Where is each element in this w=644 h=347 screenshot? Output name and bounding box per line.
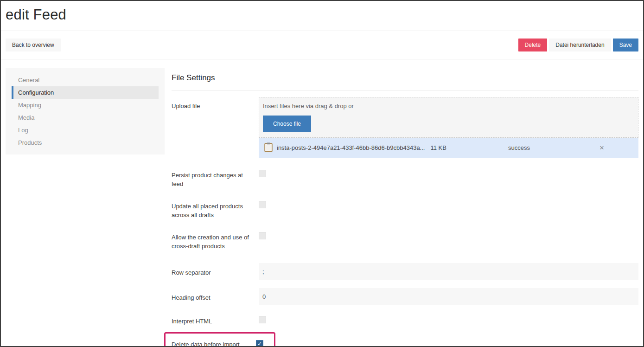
- sidebar: General Configuration Mapping Media Log …: [6, 68, 165, 154]
- sidebar-item-media[interactable]: Media: [12, 111, 159, 124]
- heading-offset-input[interactable]: [259, 288, 638, 305]
- cross-draft-products-label: Allow the creation and use of cross-draf…: [172, 232, 259, 251]
- sidebar-item-log[interactable]: Log: [12, 124, 159, 136]
- persist-product-changes-row: Persist product changes at feed ✓: [172, 170, 638, 188]
- toolbar-actions: Delete Datei herunterladen Save: [518, 39, 638, 51]
- cross-draft-products-row: Allow the creation and use of cross-draf…: [172, 232, 638, 251]
- delete-button[interactable]: Delete: [518, 39, 548, 51]
- heading-offset-row: Heading offset: [172, 288, 638, 305]
- delete-data-checkbox[interactable]: ✓: [256, 340, 263, 347]
- uploaded-file-name: insta-posts-2-494e7a21-433f-46bb-86d6-b9…: [277, 144, 425, 151]
- delete-data-highlight-box: Delete data before import ✓: [164, 332, 275, 347]
- upload-file-row: Upload file Insert files here via drag &…: [172, 97, 638, 158]
- choose-file-button[interactable]: Choose file: [263, 116, 311, 132]
- main-panel: File Settings Upload file Insert files h…: [172, 68, 638, 347]
- interpret-html-label: Interpret HTML: [172, 316, 259, 326]
- heading-offset-label: Heading offset: [172, 288, 259, 302]
- upload-control: Insert files here via drag & drop or Cho…: [259, 97, 638, 158]
- upload-status-text: success: [508, 144, 530, 151]
- row-separator-input[interactable]: [259, 263, 638, 280]
- back-to-overview-button[interactable]: Back to overview: [6, 39, 61, 51]
- sidebar-item-configuration[interactable]: Configuration: [12, 86, 159, 99]
- content-area: General Configuration Mapping Media Log …: [1, 59, 643, 347]
- interpret-html-row: Interpret HTML ✓: [172, 316, 638, 326]
- section-title: File Settings: [172, 72, 638, 90]
- row-separator-row: Row separator: [172, 263, 638, 280]
- save-button[interactable]: Save: [613, 39, 638, 51]
- clipboard-icon: [264, 142, 273, 154]
- sidebar-item-products[interactable]: Products: [12, 136, 159, 149]
- file-dropzone[interactable]: Insert files here via drag & drop or Cho…: [259, 97, 638, 138]
- interpret-html-checkbox[interactable]: ✓: [259, 316, 266, 323]
- update-placed-products-row: Update all placed products across all dr…: [172, 201, 638, 219]
- delete-data-label: Delete data before import: [172, 339, 256, 347]
- update-placed-products-label: Update all placed products across all dr…: [172, 201, 259, 219]
- upload-file-label: Upload file: [172, 97, 259, 110]
- page-header: edit Feed: [1, 1, 643, 31]
- uploaded-file-size: 11 KB: [430, 144, 446, 151]
- app-window: edit Feed Back to overview Delete Datei …: [0, 0, 644, 347]
- update-placed-products-checkbox[interactable]: ✓: [259, 201, 266, 208]
- uploaded-file-row: insta-posts-2-494e7a21-433f-46bb-86d6-b9…: [259, 138, 638, 158]
- persist-product-changes-label: Persist product changes at feed: [172, 170, 259, 188]
- download-file-button[interactable]: Datei herunterladen: [549, 39, 611, 51]
- toolbar: Back to overview Delete Datei herunterla…: [1, 31, 643, 59]
- sidebar-item-general[interactable]: General: [12, 74, 159, 86]
- persist-product-changes-checkbox[interactable]: ✓: [259, 170, 266, 177]
- row-separator-label: Row separator: [172, 263, 259, 277]
- cross-draft-products-checkbox[interactable]: ✓: [259, 232, 266, 239]
- sidebar-item-mapping[interactable]: Mapping: [12, 99, 159, 111]
- remove-file-icon[interactable]: ×: [599, 144, 604, 152]
- dropzone-hint-text: Insert files here via drag & drop or: [263, 103, 634, 109]
- check-icon: ✓: [257, 341, 262, 347]
- page-title: edit Feed: [6, 6, 638, 23]
